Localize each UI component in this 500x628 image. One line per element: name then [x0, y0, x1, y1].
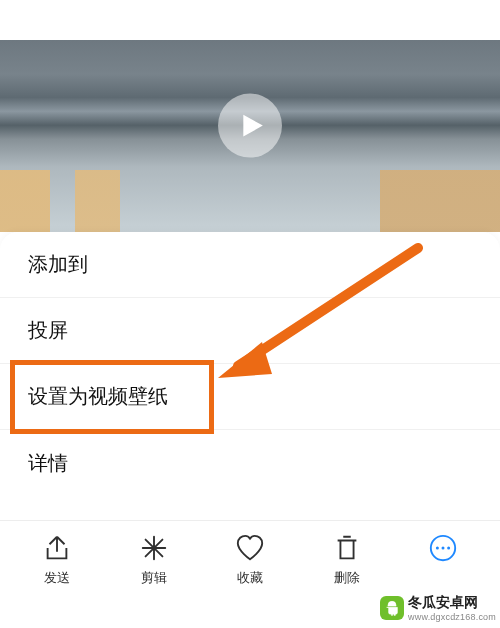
play-icon	[239, 113, 265, 139]
menu-item-label: 投屏	[28, 317, 68, 344]
menu-item-label: 添加到	[28, 251, 88, 278]
tool-label: 发送	[44, 569, 70, 587]
tool-label	[441, 569, 445, 584]
tool-label: 收藏	[237, 569, 263, 587]
action-sheet: 添加到 投屏 设置为视频壁纸 详情	[0, 232, 500, 520]
share-icon	[42, 533, 72, 563]
svg-point-5	[447, 547, 450, 550]
whitespace-top	[0, 0, 500, 40]
tool-more[interactable]	[408, 533, 478, 584]
svg-point-4	[442, 547, 445, 550]
play-button[interactable]	[218, 94, 282, 158]
menu-item-label: 详情	[28, 450, 68, 477]
tool-delete[interactable]: 删除	[312, 533, 382, 587]
menu-item-cast[interactable]: 投屏	[0, 298, 500, 364]
tool-edit[interactable]: 剪辑	[119, 533, 189, 587]
tool-favorite[interactable]: 收藏	[215, 533, 285, 587]
menu-item-details[interactable]: 详情	[0, 430, 500, 496]
tool-label: 剪辑	[141, 569, 167, 587]
menu-item-set-video-wallpaper[interactable]: 设置为视频壁纸	[0, 364, 500, 430]
menu-item-label: 设置为视频壁纸	[28, 383, 168, 410]
bottom-toolbar: 发送 剪辑 收藏 删除	[0, 520, 500, 628]
more-icon	[428, 533, 458, 563]
sparkle-icon	[139, 533, 169, 563]
svg-point-3	[436, 547, 439, 550]
menu-item-add-to[interactable]: 添加到	[0, 232, 500, 298]
tool-label: 删除	[334, 569, 360, 587]
video-preview[interactable]	[0, 0, 500, 232]
tool-send[interactable]: 发送	[22, 533, 92, 587]
trash-icon	[332, 533, 362, 563]
heart-icon	[235, 533, 265, 563]
screen: 添加到 投屏 设置为视频壁纸 详情 发送 剪辑	[0, 0, 500, 628]
